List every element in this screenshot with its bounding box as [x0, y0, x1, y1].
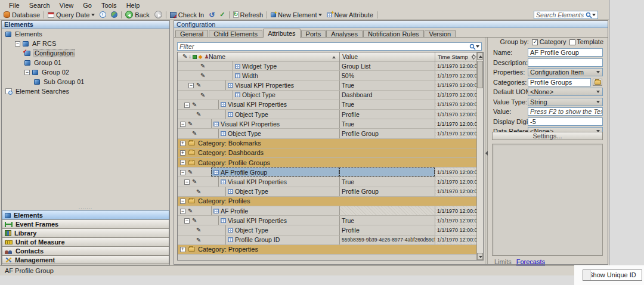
attribute-row[interactable]: −✎Visual KPI PropertiesTrue1/1/1970 12:0…	[178, 177, 476, 187]
nav-button-event-frames[interactable]: Event Frames	[2, 219, 169, 228]
attribute-row[interactable]: ✎Object TypeProfile1/1/1970 12:00:0...	[178, 110, 476, 119]
attribute-row[interactable]: ✎Profile Group ID559b8359-9b39-4e26-8977…	[178, 236, 476, 245]
attribute-name-cell[interactable]: Object Type	[225, 187, 339, 196]
search-elements-input[interactable]: Search Elements	[534, 11, 598, 19]
category-row[interactable]: −Category: Profile Groups	[178, 158, 476, 168]
attribute-row[interactable]: −✎AF Profile Group1/1/1970 12:00:0...	[178, 168, 476, 177]
tree-item-element-searches[interactable]: Element Searches	[2, 86, 169, 96]
attribute-name-cell[interactable]: Visual KPI Properties	[211, 119, 339, 128]
field-value-type-dropdown[interactable]: String	[528, 98, 603, 106]
column-header-timestamp[interactable]: Time Stamp	[435, 52, 478, 61]
attribute-value-cell[interactable]: True	[339, 100, 435, 109]
row-expander-icon[interactable]: −	[180, 170, 185, 175]
scroll-down-button[interactable]	[477, 253, 483, 260]
nav-button-elements[interactable]: Elements	[2, 210, 169, 219]
menu-item-view[interactable]: View	[55, 1, 78, 10]
row-expander-icon[interactable]: −	[180, 160, 185, 165]
row-expander-icon[interactable]: +	[180, 150, 185, 156]
attribute-name-cell[interactable]: Object Type	[218, 129, 339, 138]
nav-button-unit-of-measure[interactable]: Unit of Measure	[2, 237, 169, 246]
scroll-up-button[interactable]	[477, 52, 483, 60]
undo-checkout-button[interactable]: ↺	[206, 10, 217, 19]
attribute-row[interactable]: ✎Object TypeProfile Group1/1/1970 12:00:…	[178, 187, 476, 197]
refresh-button[interactable]: Refresh	[231, 10, 266, 19]
field-categories-input[interactable]: Profile Groups	[528, 78, 591, 86]
attribute-value-cell[interactable]	[339, 168, 435, 176]
attribute-value-cell[interactable]: Profile Group	[339, 187, 435, 196]
panel-splitter[interactable]	[485, 38, 488, 264]
tree-item-configuration[interactable]: Configuration	[2, 48, 169, 58]
category-row[interactable]: +Category: Properties	[178, 245, 476, 255]
attribute-name-cell[interactable]: Visual KPI Properties	[218, 100, 339, 109]
attribute-value-cell[interactable]: Profile Group	[339, 129, 435, 138]
tree-expander-icon[interactable]: −	[15, 41, 20, 47]
menu-item-search[interactable]: Search	[25, 1, 54, 10]
attribute-name-cell[interactable]: Widget Type	[233, 61, 339, 70]
time-button[interactable]	[97, 10, 109, 19]
attribute-value-cell[interactable]: 50%	[339, 71, 435, 80]
nav-button-contacts[interactable]: Contacts	[2, 246, 169, 255]
attribute-value-cell[interactable]: Profile	[339, 225, 435, 234]
attribute-row[interactable]: −✎Visual KPI PropertiesTrue1/1/1970 12:0…	[178, 80, 476, 90]
attribute-value-cell[interactable]: True	[339, 119, 435, 128]
tab-attributes[interactable]: Attributes	[263, 29, 300, 38]
attribute-name-cell[interactable]: Profile Group ID	[225, 236, 339, 244]
attribute-row[interactable]: ✎Object TypeProfile1/1/1970 12:00:0...	[178, 225, 476, 235]
menu-item-help[interactable]: Help	[122, 1, 144, 10]
category-row[interactable]: +Category: Bookmarks	[178, 139, 476, 148]
nav-button-management[interactable]: Management	[2, 255, 169, 264]
field-value-input[interactable]: Press F2 to show the Text Visualizer dia…	[528, 107, 603, 116]
field-default-uom-dropdown[interactable]: <None>	[528, 88, 603, 96]
show-unique-id-menu-item[interactable]: Show Unique ID	[583, 269, 642, 281]
column-header-name[interactable]: Name	[206, 52, 339, 61]
row-expander-icon[interactable]: −	[180, 122, 185, 127]
attribute-name-cell[interactable]: Visual KPI Properties	[225, 80, 339, 89]
attribute-value-cell[interactable]: True	[339, 216, 435, 225]
tree-item-group-02[interactable]: −Group 02	[2, 67, 169, 77]
vertical-scrollbar[interactable]	[476, 52, 483, 260]
field-display-digits-input[interactable]: -5	[528, 117, 603, 126]
attribute-name-cell[interactable]: Width	[233, 71, 339, 80]
check-in-button[interactable]: Check In	[168, 10, 206, 19]
menu-item-file[interactable]: File	[5, 1, 24, 10]
row-expander-icon[interactable]: −	[184, 103, 190, 108]
attribute-row[interactable]: −✎Visual KPI PropertiesTrue1/1/1970 12:0…	[178, 216, 476, 225]
tree-item-elements[interactable]: Elements	[2, 29, 169, 39]
attribute-row[interactable]: −✎AF Profile1/1/1970 12:00:0...	[178, 206, 476, 216]
template-column-icon[interactable]	[193, 55, 197, 59]
group-by-template-checkbox[interactable]: Template	[569, 38, 604, 45]
diamond-column-icon[interactable]: ◆	[199, 54, 203, 60]
back-button[interactable]: Back	[123, 10, 151, 19]
attribute-row[interactable]: −✎Visual KPI PropertiesTrue1/1/1970 12:0…	[178, 119, 476, 129]
nav-button-library[interactable]: Library	[2, 228, 169, 237]
row-expander-icon[interactable]: −	[180, 199, 185, 204]
attribute-row[interactable]: ✎Widget TypeGroup List1/1/1970 12:00:0..…	[178, 61, 476, 71]
tree-item-group-01[interactable]: Group 01	[2, 58, 169, 67]
tree-item-af-rcs[interactable]: −AF RCS	[2, 39, 169, 48]
menu-item-go[interactable]: Go	[79, 1, 96, 10]
attribute-value-cell[interactable]	[339, 206, 435, 215]
filter-input[interactable]: Filter	[177, 42, 482, 51]
row-expander-icon[interactable]: −	[184, 218, 190, 224]
edit-column-icon[interactable]: ✎	[182, 54, 187, 60]
attribute-name-cell[interactable]: AF Profile Group	[211, 168, 339, 176]
category-row[interactable]: −Category: Profiles	[178, 197, 476, 206]
row-expander-icon[interactable]: +	[180, 247, 185, 252]
attribute-row[interactable]: ✎Width50%1/1/1970 12:00:0...	[178, 71, 476, 80]
attribute-value-cell[interactable]: True	[339, 177, 435, 186]
tree-expander-icon[interactable]: −	[24, 70, 30, 75]
attribute-value-cell[interactable]: Dashboard	[339, 91, 435, 100]
row-expander-icon[interactable]: +	[180, 141, 185, 146]
row-expander-icon[interactable]: −	[180, 209, 185, 214]
attribute-value-cell[interactable]: Group List	[339, 61, 435, 70]
group-by-category-checkbox[interactable]: Category	[532, 38, 566, 45]
apply-button[interactable]: ✓	[217, 10, 227, 19]
attribute-value-cell[interactable]: Profile	[339, 110, 435, 119]
new-element-button[interactable]: New Element	[268, 10, 324, 19]
field-description-input[interactable]	[528, 58, 603, 67]
attribute-row[interactable]: ✎Object TypeDashboard1/1/1970 12:00:0...	[178, 91, 476, 100]
attribute-row[interactable]: −✎Visual KPI PropertiesTrue1/1/1970 12:0…	[178, 100, 476, 110]
attribute-value-cell[interactable]: True	[339, 80, 435, 89]
new-attribute-button[interactable]: New Attribute	[324, 10, 375, 19]
field-properties-dropdown[interactable]: Configuration Item	[528, 68, 603, 76]
